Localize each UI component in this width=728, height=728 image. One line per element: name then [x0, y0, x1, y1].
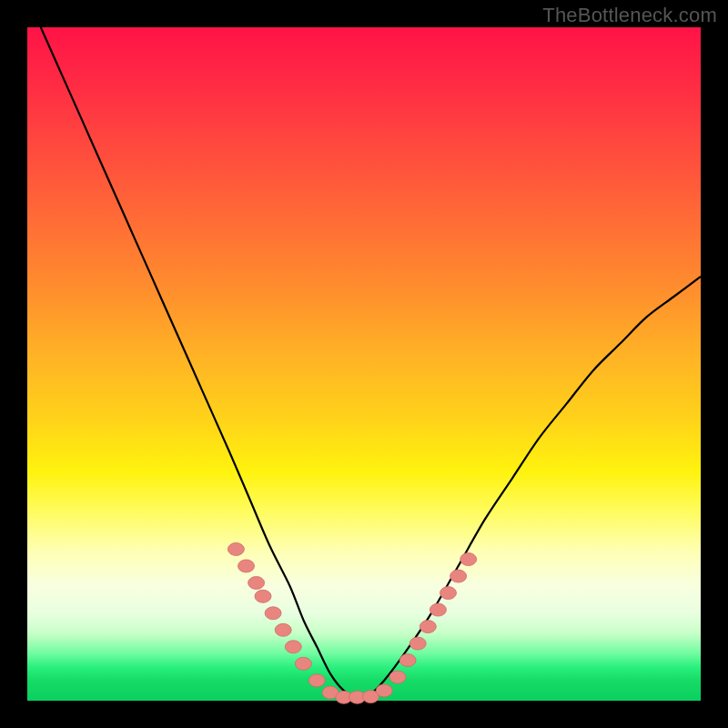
chart-svg	[27, 27, 701, 701]
data-marker	[399, 654, 416, 667]
data-marker	[255, 590, 271, 602]
data-marker	[420, 621, 436, 633]
data-marker	[440, 587, 457, 600]
data-marker	[410, 637, 426, 650]
plot-area	[27, 27, 701, 701]
data-marker	[238, 560, 255, 572]
data-markers	[228, 543, 476, 704]
data-marker	[265, 607, 281, 620]
data-marker	[430, 603, 446, 616]
data-marker	[376, 684, 392, 697]
data-marker	[285, 641, 301, 653]
bottleneck-curve	[41, 27, 701, 697]
data-marker	[228, 543, 244, 556]
chart-stage: TheBottleneck.com	[0, 0, 728, 728]
data-marker	[460, 553, 477, 566]
data-marker	[248, 577, 265, 590]
watermark-text: TheBottleneck.com	[542, 4, 717, 27]
data-marker	[389, 671, 406, 683]
data-marker	[275, 623, 291, 636]
data-marker	[450, 570, 467, 582]
data-marker	[308, 674, 325, 687]
data-marker	[295, 657, 311, 670]
